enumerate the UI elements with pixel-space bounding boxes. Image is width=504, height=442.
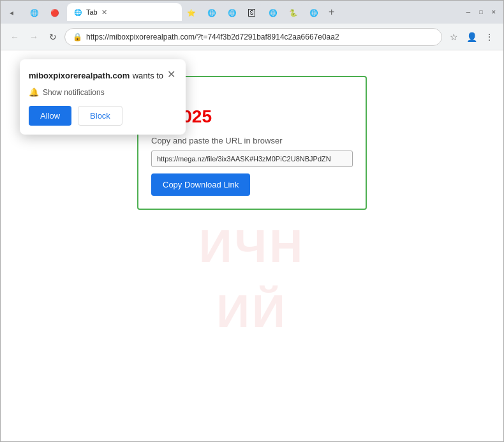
tab-6-favicon: 🌐 <box>228 9 237 17</box>
watermark-row-3: ИЙ <box>216 285 288 337</box>
popup-notification-row: 🔔 Show notifications <box>29 87 177 97</box>
menu-button[interactable]: ⋮ <box>482 29 497 45</box>
minimize-button[interactable]: ─ <box>464 8 473 17</box>
new-tab-button[interactable]: + <box>326 6 337 18</box>
tab-1[interactable]: 🌐 <box>26 4 45 21</box>
tab-active[interactable]: 🌐 Tab ✕ <box>67 3 182 21</box>
tab-back-nav[interactable]: ◂ <box>6 4 25 21</box>
active-tab-favicon: 🌐 <box>73 8 82 17</box>
tab-1-favicon: 🌐 <box>30 9 39 17</box>
browser-window: ◂ 🌐 🔴 🌐 Tab ✕ ⭐ 🌐 🌐 <box>0 0 504 442</box>
tab-2[interactable]: 🔴 <box>47 4 66 21</box>
close-button[interactable]: ✕ <box>489 8 498 17</box>
show-notifications-label: Show notifications <box>43 88 105 97</box>
address-bar: ← → ↻ 🔒 https://miboxpixorerealpath.com/… <box>1 24 503 50</box>
tab-4[interactable]: ⭐ <box>183 4 202 21</box>
tab-8-favicon: 🌐 <box>269 9 278 17</box>
tabs-row: ◂ 🌐 🔴 🌐 Tab ✕ ⭐ 🌐 🌐 <box>6 3 459 21</box>
tab-2-favicon: 🔴 <box>50 9 59 17</box>
maximize-button[interactable]: □ <box>477 8 485 17</box>
popup-close-button[interactable]: ✕ <box>166 70 177 80</box>
back-button[interactable]: ← <box>7 29 22 45</box>
instruction-text: Copy and paste the URL in browser <box>151 136 353 145</box>
popup-site-name: miboxpixorerealpath.com <box>29 71 130 80</box>
page-content: ОТЛ ИЧН ИЙ dy... s: 2025 Copy and paste … <box>1 50 503 441</box>
url-text: https://miboxpixorerealpath.com/?t=744f3… <box>86 33 434 41</box>
tab-9-favicon: 🐍 <box>289 9 298 17</box>
copy-download-link-button[interactable]: Copy Download Link <box>151 173 250 196</box>
popup-buttons: Allow Block <box>29 106 177 126</box>
reload-button[interactable]: ↻ <box>45 29 61 45</box>
tab-10-favicon: 🌐 <box>309 9 318 17</box>
profile-icon: 👤 <box>466 32 477 42</box>
tab-7[interactable]: 🅂 <box>244 4 263 21</box>
title-bar: ◂ 🌐 🔴 🌐 Tab ✕ ⭐ 🌐 🌐 <box>1 1 503 24</box>
allow-button[interactable]: Allow <box>29 106 71 126</box>
tab-5-favicon: 🌐 <box>207 9 216 17</box>
bell-icon: 🔔 <box>29 87 39 97</box>
popup-header: miboxpixorerealpath.com wants to ✕ <box>29 70 177 81</box>
tab-5[interactable]: 🌐 <box>204 4 223 21</box>
menu-icon: ⋮ <box>485 32 494 42</box>
profile-button[interactable]: 👤 <box>464 29 479 45</box>
tab-7-favicon: 🅂 <box>248 9 255 17</box>
popup-text: miboxpixorerealpath.com wants to <box>29 70 163 81</box>
lock-icon: 🔒 <box>73 33 82 41</box>
tab-nav-icon: ◂ <box>10 8 13 17</box>
tab-9[interactable]: 🐍 <box>285 4 304 21</box>
active-tab-title: Tab <box>86 8 98 16</box>
toolbar-icons: ☆ 👤 ⋮ <box>446 29 497 45</box>
block-button[interactable]: Block <box>78 106 122 126</box>
download-url-display: https://mega.nz/file/3ix3AASK#H3zM0PiC2U… <box>151 151 353 167</box>
tab-10[interactable]: 🌐 <box>306 4 325 21</box>
popup-wants-text: wants to <box>133 71 163 80</box>
tab-4-favicon: ⭐ <box>187 9 196 17</box>
forward-button[interactable]: → <box>26 29 41 45</box>
url-bar[interactable]: 🔒 https://miboxpixorerealpath.com/?t=744… <box>64 28 442 46</box>
notification-popup: miboxpixorerealpath.com wants to ✕ 🔔 Sho… <box>20 59 186 135</box>
bookmark-icon: ☆ <box>450 32 458 42</box>
active-tab-close[interactable]: ✕ <box>101 8 107 17</box>
bookmark-button[interactable]: ☆ <box>446 29 461 45</box>
window-controls: ─ □ ✕ <box>464 8 498 17</box>
tab-8[interactable]: 🌐 <box>265 4 284 21</box>
watermark-row-2: ИЧН <box>199 220 305 272</box>
tab-6[interactable]: 🌐 <box>224 4 243 21</box>
